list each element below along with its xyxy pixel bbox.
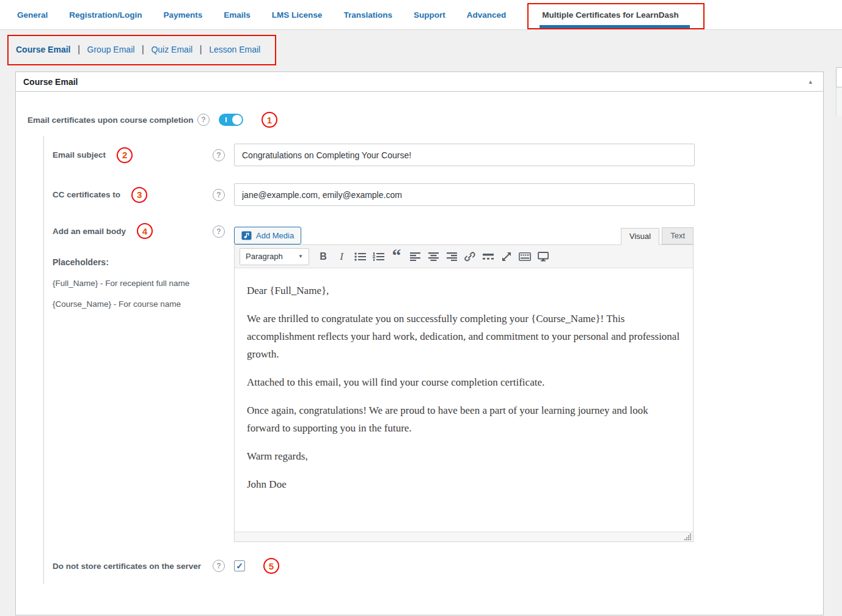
- help-icon[interactable]: ?: [213, 189, 225, 201]
- panel-header: Course Email ▲: [16, 72, 823, 92]
- checkmark-icon: ✓: [236, 561, 243, 571]
- editor-toolbar: Paragraph ▼ B I “: [235, 245, 693, 268]
- collapse-panel-icon[interactable]: ▲: [808, 79, 813, 85]
- add-media-label: Add Media: [256, 231, 294, 240]
- email-subject-label: Email subject: [53, 150, 106, 160]
- insert-read-more-icon[interactable]: [479, 249, 497, 265]
- indented-field-group: Email subject 2 ? CC certificates to 3 ?: [43, 136, 823, 584]
- subtab-lesson-email[interactable]: Lesson Email: [209, 45, 260, 54]
- align-center-icon[interactable]: [424, 249, 442, 265]
- help-icon[interactable]: ?: [213, 149, 225, 161]
- email-body-paragraph: We are thrilled to congratulate you on s…: [247, 310, 681, 363]
- email-body-paragraph: Once again, congratulations! We are prou…: [247, 402, 681, 437]
- email-subject-input[interactable]: [234, 144, 695, 166]
- email-toggle-label: Email certificates upon course completio…: [27, 116, 197, 125]
- text-tab[interactable]: Text: [662, 227, 694, 244]
- editor-frame: Paragraph ▼ B I “: [234, 244, 694, 542]
- annotation-circle-3: 3: [131, 187, 147, 203]
- editor-content-area[interactable]: Dear {Full_Name}, We are thrilled to con…: [235, 268, 693, 532]
- email-body-row: Add an email body 4 Placeholders: {Full_…: [53, 223, 823, 542]
- tab-general[interactable]: General: [17, 10, 48, 20]
- editor-mode-tabs: Visual Text: [618, 227, 694, 244]
- paragraph-format-dropdown[interactable]: Paragraph ▼: [240, 248, 309, 265]
- annotation-circle-5: 5: [263, 558, 279, 574]
- annotation-circle-4: 4: [137, 223, 153, 239]
- editor-status-bar: [235, 532, 693, 541]
- placeholders-title: Placeholders:: [53, 257, 213, 267]
- help-icon[interactable]: ?: [213, 560, 225, 572]
- subtab-separator: |: [200, 44, 202, 54]
- cc-certificates-label: CC certificates to: [53, 190, 120, 199]
- email-toggle-row: Email certificates upon course completio…: [27, 112, 823, 128]
- course-email-panel: Course Email ▲ Email certificates upon c…: [15, 72, 824, 615]
- chevron-down-icon: ▼: [298, 254, 303, 259]
- numbered-list-icon[interactable]: [369, 249, 387, 265]
- blockquote-icon[interactable]: “: [387, 249, 406, 265]
- tab-translations[interactable]: Translations: [343, 10, 392, 20]
- tab-emails[interactable]: Emails: [224, 10, 251, 20]
- subtab-separator: |: [78, 44, 80, 54]
- no-store-checkbox[interactable]: ✓: [234, 560, 245, 571]
- placeholder-full-name: {Full_Name} - For recepient full name: [53, 279, 213, 288]
- bulleted-list-icon[interactable]: [351, 249, 369, 265]
- no-store-label: Do not store certificates on the server: [53, 562, 201, 571]
- tab-lms-license[interactable]: LMS License: [272, 10, 323, 20]
- email-body-label-column: Add an email body 4 Placeholders: {Full_…: [53, 223, 213, 309]
- panel-body: Email certificates upon course completio…: [16, 92, 823, 584]
- panel-title: Course Email: [23, 77, 78, 87]
- editor-media-row: Add Media Visual Text: [234, 223, 694, 244]
- no-store-label-wrap: Do not store certificates on the server: [53, 562, 213, 571]
- annotation-box-active-tab: Multiple Certificates for LearnDash: [527, 3, 705, 29]
- link-icon[interactable]: [461, 249, 479, 265]
- side-metabox-fragment-body: [836, 87, 842, 116]
- tab-multiple-certificates[interactable]: Multiple Certificates for LearnDash: [542, 10, 679, 20]
- cc-certificates-row: CC certificates to 3 ?: [53, 183, 823, 206]
- email-body-paragraph: Attached to this email, you will find yo…: [247, 373, 681, 391]
- add-media-icon: [241, 231, 252, 240]
- subtab-quiz-email[interactable]: Quiz Email: [151, 45, 192, 54]
- help-icon[interactable]: ?: [213, 226, 225, 238]
- no-store-row: Do not store certificates on the server …: [53, 558, 823, 574]
- visual-tab[interactable]: Visual: [621, 228, 659, 245]
- placeholder-course-name: {Course_Name} - For course name: [53, 299, 213, 309]
- fullscreen-icon[interactable]: [534, 249, 552, 265]
- help-icon[interactable]: ?: [197, 114, 210, 126]
- align-right-icon[interactable]: [442, 249, 461, 265]
- toggle-knob: [232, 115, 242, 125]
- italic-icon[interactable]: I: [332, 249, 351, 265]
- subtab-separator: |: [142, 44, 144, 54]
- annotation-box-subtabs: Course Email | Group Email | Quiz Email …: [7, 35, 276, 65]
- resize-grip-icon[interactable]: [684, 534, 692, 541]
- tab-registration-login[interactable]: Registration/Login: [69, 10, 142, 20]
- email-certificates-toggle[interactable]: [219, 114, 243, 126]
- tab-advanced[interactable]: Advanced: [467, 10, 507, 20]
- annotation-circle-2: 2: [117, 147, 133, 163]
- paragraph-format-value: Paragraph: [246, 252, 283, 261]
- toolbar-toggle-icon[interactable]: [516, 249, 534, 265]
- tab-support[interactable]: Support: [414, 10, 445, 20]
- subtab-course-email[interactable]: Course Email: [16, 45, 70, 54]
- align-left-icon[interactable]: [406, 249, 424, 265]
- email-body-label: Add an email body: [53, 227, 126, 236]
- email-body-paragraph: Dear {Full_Name},: [247, 282, 681, 299]
- cc-certificates-input[interactable]: [234, 183, 695, 206]
- cc-certificates-label-wrap: CC certificates to 3: [53, 187, 213, 203]
- distraction-free-icon[interactable]: [497, 249, 516, 265]
- active-tab-underline: [540, 25, 690, 28]
- bold-icon[interactable]: B: [314, 249, 332, 265]
- tab-payments[interactable]: Payments: [164, 10, 203, 20]
- wp-editor: Add Media Visual Text Paragraph ▼: [234, 223, 694, 542]
- email-subject-label-wrap: Email subject 2: [53, 147, 213, 163]
- settings-tab-bar: General Registration/Login Payments Emai…: [0, 0, 842, 30]
- email-body-paragraph: John Doe: [247, 475, 681, 493]
- add-media-button[interactable]: Add Media: [234, 227, 301, 244]
- email-body-paragraph: Warm regards,: [247, 447, 681, 465]
- subtab-group-email[interactable]: Group Email: [87, 45, 135, 54]
- email-subject-row: Email subject 2 ?: [53, 144, 823, 166]
- annotation-circle-1: 1: [262, 112, 277, 128]
- side-metabox-fragment-header: [836, 67, 842, 87]
